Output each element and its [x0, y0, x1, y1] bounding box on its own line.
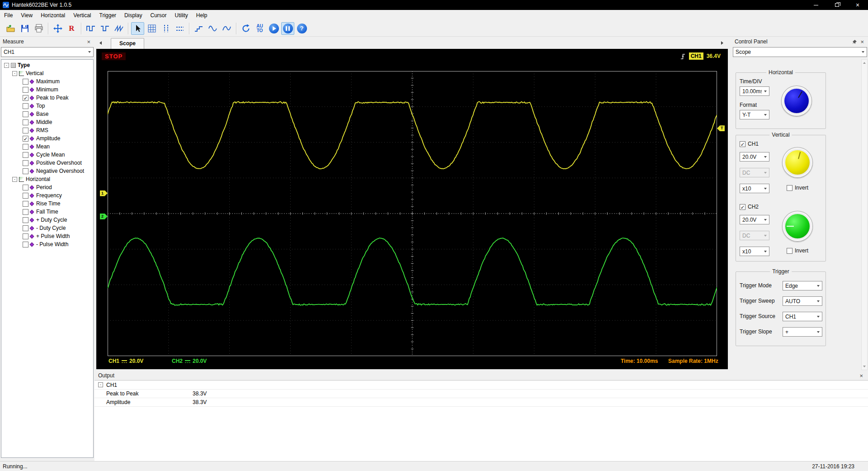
scroll-up-icon[interactable] [862, 60, 867, 66]
measure-channel-combo[interactable]: CH1 [1, 47, 94, 57]
expander-icon[interactable]: - [12, 177, 17, 182]
measure-checkbox[interactable] [23, 201, 28, 207]
tree-row-maximum[interactable]: Maximum [1, 77, 93, 86]
scroll-down-icon[interactable] [862, 363, 867, 370]
tree-row-type[interactable]: -Type [1, 61, 93, 69]
help-button[interactable]: ? [295, 22, 308, 35]
refresh-button[interactable] [239, 22, 252, 35]
menu-item-file[interactable]: File [0, 11, 17, 20]
tab-scroll-right-button[interactable] [719, 40, 725, 46]
ch2-probe-combo[interactable]: x10 [740, 247, 769, 256]
tree-row-rise-time[interactable]: Rise Time [1, 200, 93, 208]
scope-display[interactable]: STOP CH1 36.4V 1 2 T CH120.0V CH220.0V T… [96, 49, 728, 369]
tree-row-base[interactable]: Base [1, 110, 93, 118]
ramp-wave-button[interactable] [112, 22, 125, 35]
print-button[interactable] [32, 22, 45, 35]
tree-row-rms[interactable]: RMS [1, 126, 93, 134]
minimize-button[interactable] [806, 0, 826, 10]
reference-button[interactable]: R [65, 22, 78, 35]
trigger-source-combo[interactable]: CH1 [783, 312, 822, 321]
tree-row-mean[interactable]: Mean [1, 143, 93, 151]
close-button[interactable]: × [847, 0, 868, 10]
measure-checkbox[interactable] [23, 87, 28, 93]
pause-button[interactable] [281, 22, 294, 35]
cursor-select-button[interactable] [131, 22, 144, 35]
ch1-probe-combo[interactable]: x10 [740, 184, 769, 193]
trigger-level-marker[interactable]: T [717, 125, 725, 131]
ch1-volts-combo[interactable]: 20.0V [740, 152, 769, 162]
measure-checkbox[interactable] [23, 225, 28, 231]
ch2-enable-checkbox[interactable]: ✓ [740, 204, 745, 210]
tree-row-top[interactable]: Top [1, 102, 93, 110]
measure-checkbox[interactable] [23, 185, 28, 190]
ch1-zero-marker[interactable]: 1 [100, 190, 108, 196]
tree-row--duty-cycle[interactable]: + Duty Cycle [1, 216, 93, 224]
trigger-mode-combo[interactable]: Edge [783, 281, 822, 290]
smooth-wave-button[interactable] [220, 22, 233, 35]
measure-checkbox[interactable] [23, 209, 28, 215]
horizontal-position-knob[interactable] [781, 86, 812, 116]
pulse-wave-button[interactable] [98, 22, 111, 35]
step-wave-button[interactable] [192, 22, 205, 35]
tree-row-cycle-mean[interactable]: Cycle Mean [1, 151, 93, 159]
menu-item-utility[interactable]: Utility [170, 11, 192, 20]
ch1-enable-checkbox[interactable]: ✓ [740, 141, 745, 147]
measure-checkbox[interactable] [23, 111, 28, 117]
ch1-invert-checkbox[interactable] [787, 185, 793, 191]
open-button[interactable] [4, 22, 17, 35]
trigger-slope-combo[interactable]: + [783, 327, 822, 337]
tab-scope[interactable]: Scope [111, 38, 144, 49]
measure-checkbox[interactable] [23, 103, 28, 109]
measure-checkbox[interactable] [23, 233, 28, 239]
menu-item-trigger[interactable]: Trigger [95, 11, 121, 20]
measure-checkbox[interactable] [23, 79, 28, 85]
ch2-invert-checkbox[interactable] [787, 248, 793, 254]
sine-wave-button[interactable] [206, 22, 219, 35]
format-combo[interactable]: Y-T [740, 110, 769, 119]
tree-row-vertical[interactable]: -Vertical [1, 69, 93, 77]
ch2-volts-combo[interactable]: 20.0V [740, 215, 769, 224]
tree-row-period[interactable]: Period [1, 183, 93, 191]
tree-row-peak-to-peak[interactable]: ✓Peak to Peak [1, 94, 93, 102]
measure-checkbox[interactable] [23, 119, 28, 125]
output-close-button[interactable]: × [858, 372, 864, 379]
output-row[interactable]: Peak to Peak38.3V [94, 390, 868, 398]
timediv-combo[interactable]: 10.00ms [740, 86, 769, 96]
measure-checkbox[interactable] [23, 217, 28, 223]
measure-checkbox[interactable] [23, 128, 28, 133]
menu-item-view[interactable]: View [17, 11, 37, 20]
tree-row-positive-overshoot[interactable]: Positive Overshoot [1, 159, 93, 167]
measure-checkbox[interactable] [23, 168, 28, 174]
tree-row-horizontal[interactable]: -Horizontal [1, 175, 93, 183]
tree-row-fall-time[interactable]: Fall Time [1, 208, 93, 216]
measure-checkbox[interactable] [23, 152, 28, 158]
tab-scroll-left-button[interactable] [97, 40, 104, 46]
output-group-row[interactable]: - CH1 [94, 381, 868, 390]
tree-row-middle[interactable]: Middle [1, 118, 93, 126]
pin-icon[interactable] [852, 39, 857, 44]
pan-button[interactable] [51, 22, 64, 35]
expander-icon[interactable]: - [12, 71, 17, 76]
menu-item-display[interactable]: Display [120, 11, 146, 20]
tree-row-amplitude[interactable]: ✓Amplitude [1, 134, 93, 143]
tree-row-minimum[interactable]: Minimum [1, 86, 93, 94]
menu-item-cursor[interactable]: Cursor [146, 11, 170, 20]
vertical-cursors-button[interactable] [159, 22, 172, 35]
trigger-sweep-combo[interactable]: AUTO [783, 296, 822, 306]
tree-row--pulse-width[interactable]: + Pulse Width [1, 232, 93, 240]
menu-item-vertical[interactable]: Vertical [69, 11, 95, 20]
tree-row-frequency[interactable]: Frequency [1, 191, 93, 200]
menu-item-help[interactable]: Help [192, 11, 212, 20]
auto-setup-button[interactable]: AUTO [253, 22, 266, 35]
measure-checkbox[interactable]: ✓ [23, 95, 28, 101]
restore-button[interactable] [826, 0, 847, 10]
ch2-zero-marker[interactable]: 2 [100, 214, 108, 219]
save-button[interactable] [18, 22, 31, 35]
control-panel-scrollbar[interactable] [861, 59, 868, 370]
output-row[interactable]: Amplitude38.3V [94, 398, 868, 407]
ch2-position-knob[interactable] [782, 211, 813, 242]
control-mode-combo[interactable]: Scope [733, 47, 867, 57]
horizontal-cursors-button[interactable] [173, 22, 186, 35]
tree-row--duty-cycle[interactable]: - Duty Cycle [1, 224, 93, 232]
tree-row--pulse-width[interactable]: - Pulse Width [1, 240, 93, 248]
